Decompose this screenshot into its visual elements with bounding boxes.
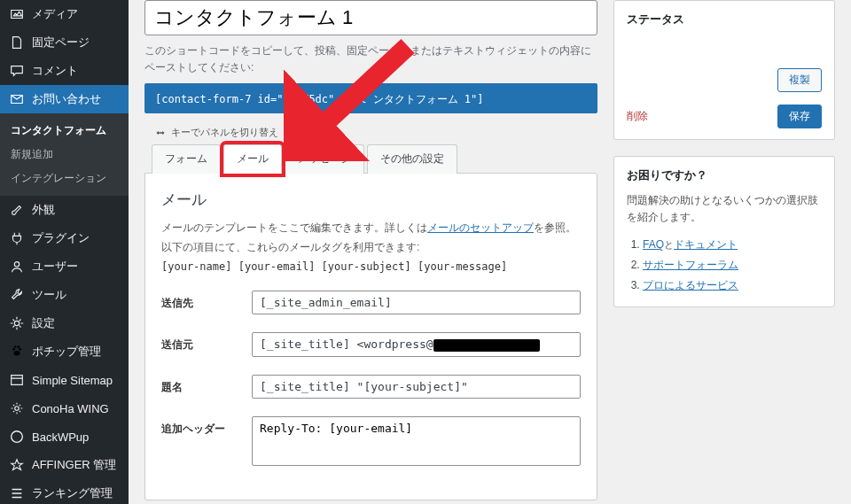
mail-desc: メールのテンプレートをここで編集できます。詳しくはメールのセットアップを参照。 …: [161, 219, 581, 276]
key-toggle-hint: キーでパネルを切り替え: [155, 126, 597, 139]
save-button[interactable]: 保存: [777, 105, 822, 128]
menu-pages-icon: [9, 35, 25, 50]
menu-media[interactable]: メディア: [0, 0, 129, 28]
mail-from-input[interactable]: [_site_title] <wordpress@: [252, 332, 581, 357]
form-title-input[interactable]: [144, 0, 597, 35]
menu-sitemap-icon: [9, 372, 25, 388]
svg-point-5: [17, 345, 20, 348]
menu-ranking-icon: [9, 485, 25, 501]
menu-appearance[interactable]: 外観: [0, 196, 129, 224]
svg-point-3: [19, 348, 21, 351]
help-link-item: FAQとドキュメント: [643, 235, 822, 255]
mail-to-label: 送信先: [161, 291, 241, 311]
help-link[interactable]: プロによるサービス: [643, 279, 738, 291]
tab-mail[interactable]: メール: [223, 144, 282, 174]
submenu-item[interactable]: 新規追加: [0, 143, 129, 167]
menu-comments[interactable]: コメント: [0, 57, 129, 85]
help-title: お困りですか？: [627, 167, 822, 183]
shortcode-box[interactable]: [contact-form-7 id="7b375dc" titl ンタクトフォ…: [144, 83, 597, 113]
mail-subject-label: 題名: [161, 375, 241, 395]
svg-point-6: [13, 351, 20, 355]
help-box: お困りですか？ 問題解決の助けとなるいくつかの選択肢を紹介します。 FAQとドキ…: [613, 156, 835, 307]
help-link-item: サポートフォーラム: [643, 255, 822, 275]
svg-point-1: [14, 321, 19, 325]
status-box: ステータス 複製 削除 保存: [613, 0, 835, 140]
help-link[interactable]: ドキュメント: [674, 238, 738, 251]
menu-pochipp-icon: [9, 344, 25, 360]
svg-point-2: [12, 348, 15, 351]
submenu-item[interactable]: コンタクトフォーム: [0, 119, 129, 143]
duplicate-button[interactable]: 複製: [777, 68, 822, 92]
tab-other[interactable]: その他の設定: [367, 144, 457, 174]
menu-conoha-icon: [9, 400, 25, 416]
menu-users[interactable]: ユーザー: [0, 252, 129, 281]
help-desc: 問題解決の助けとなるいくつかの選択肢を紹介します。: [627, 192, 822, 226]
menu-contact-icon: [9, 91, 25, 107]
menu-pochipp[interactable]: ポチップ管理: [0, 337, 129, 366]
admin-sidebar: メディア固定ページコメントお問い合わせコンタクトフォーム新規追加インテグレーショ…: [0, 0, 129, 504]
menu-ranking[interactable]: ランキング管理: [0, 479, 129, 504]
shortcode-hint: このショートコードをコピーして、投稿、固定ページ、またはテキストウィジェットの内…: [144, 43, 597, 76]
menu-sitemap[interactable]: Simple Sitemap: [0, 366, 129, 394]
submenu-item[interactable]: インテグレーション: [0, 167, 129, 190]
help-link[interactable]: サポートフォーラム: [643, 259, 738, 271]
menu-pages[interactable]: 固定ページ: [0, 28, 129, 57]
svg-point-7: [15, 407, 20, 411]
menu-media-icon: [9, 6, 25, 22]
menu-backwpup[interactable]: BackWPup: [0, 423, 129, 451]
mail-heading: メール: [161, 190, 581, 210]
mail-from-label: 送信元: [161, 332, 241, 353]
mail-headers-input[interactable]: [252, 416, 581, 466]
mail-setup-link[interactable]: メールのセットアップ: [427, 221, 534, 234]
delete-link[interactable]: 削除: [627, 109, 648, 124]
menu-tools-icon: [9, 287, 25, 303]
mail-to-input[interactable]: [_site_admin_email]: [252, 291, 581, 314]
svg-point-4: [14, 345, 17, 348]
menu-backwpup-icon: [9, 429, 25, 445]
svg-point-0: [14, 262, 19, 267]
menu-users-icon: [9, 259, 25, 275]
tab-form[interactable]: フォーム: [152, 144, 221, 174]
help-link[interactable]: FAQ: [643, 238, 664, 251]
menu-settings[interactable]: 設定: [0, 309, 129, 337]
menu-plugins[interactable]: プラグイン: [0, 224, 129, 252]
menu-contact[interactable]: お問い合わせ: [0, 85, 129, 113]
mail-headers-label: 追加ヘッダー: [161, 416, 241, 437]
mail-subject-input[interactable]: [_site_title] "[your-subject]": [252, 375, 581, 399]
menu-conoha[interactable]: ConoHa WING: [0, 394, 129, 423]
menu-affinger-icon: [9, 457, 25, 473]
help-link-item: プロによるサービス: [643, 275, 822, 296]
menu-appearance-icon: [9, 202, 25, 218]
mail-panel: メール メールのテンプレートをここで編集できます。詳しくはメールのセットアップを…: [144, 173, 597, 500]
svg-point-8: [12, 431, 23, 443]
menu-plugins-icon: [9, 230, 25, 246]
tab-messages[interactable]: メッセージ: [285, 144, 364, 174]
menu-tools[interactable]: ツール: [0, 281, 129, 309]
menu-affinger[interactable]: AFFINGER 管理: [0, 451, 129, 479]
status-title: ステータス: [627, 12, 822, 27]
menu-settings-icon: [9, 315, 25, 331]
menu-comments-icon: [9, 63, 25, 79]
